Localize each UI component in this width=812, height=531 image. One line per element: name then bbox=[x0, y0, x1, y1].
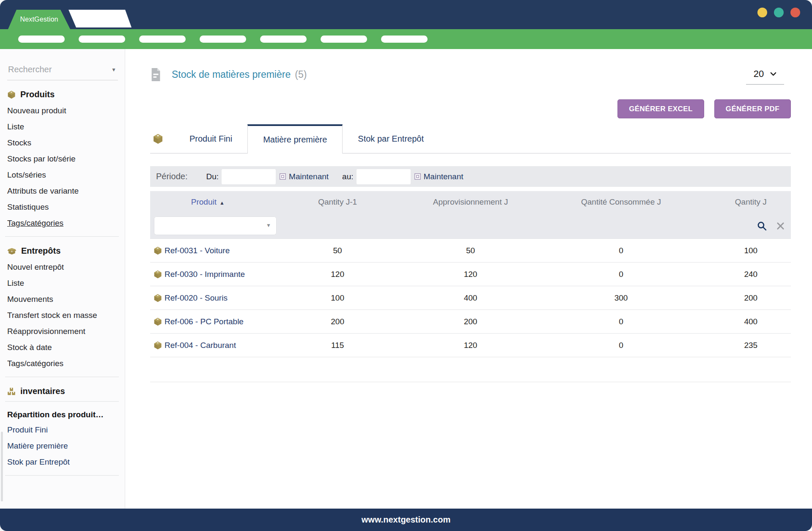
sidebar-item[interactable]: Stock à date bbox=[0, 339, 125, 356]
now-link-to[interactable]: Maintenant bbox=[424, 172, 464, 181]
sidebar-item[interactable]: Liste bbox=[0, 275, 125, 291]
periode-label: Période: bbox=[156, 172, 188, 181]
column-header[interactable]: Qantity J bbox=[711, 191, 791, 213]
report-item[interactable]: Produit Fini bbox=[0, 422, 125, 438]
sidebar-item[interactable]: Attributs de variante bbox=[0, 183, 125, 199]
page-title: Stock de matières première bbox=[172, 69, 291, 80]
page-size-select[interactable]: 20 bbox=[746, 68, 784, 85]
nav-pill[interactable] bbox=[260, 36, 307, 43]
quantity-cell: 120 bbox=[266, 263, 410, 286]
sidebar-item[interactable]: Transfert stock en masse bbox=[0, 307, 125, 323]
nav-pill[interactable] bbox=[321, 36, 367, 43]
box-icon bbox=[154, 294, 162, 302]
sidebar-item[interactable]: Nouveau produit bbox=[0, 103, 125, 119]
nav-pill[interactable] bbox=[18, 36, 65, 43]
box-icon bbox=[154, 318, 162, 326]
column-header[interactable]: Produit▲ bbox=[150, 191, 266, 213]
record-count: (5) bbox=[295, 69, 307, 80]
nav-pill[interactable] bbox=[79, 36, 125, 43]
sidebar-scrollbar[interactable] bbox=[1, 432, 3, 501]
quantity-cell: 100 bbox=[266, 286, 410, 310]
report-item[interactable]: Matière première bbox=[0, 438, 125, 454]
calendar-icon[interactable] bbox=[280, 173, 286, 180]
tabs: Produit FiniMatière premièreStok par Ent… bbox=[150, 124, 791, 153]
sort-asc-icon: ▲ bbox=[219, 200, 225, 206]
nav-menu bbox=[0, 29, 812, 49]
nav-pill[interactable] bbox=[139, 36, 186, 43]
divider bbox=[5, 401, 119, 402]
table-row: Ref-004 - Carburant1151200235 bbox=[150, 334, 791, 357]
minimize-dot[interactable] bbox=[757, 8, 767, 17]
calendar-icon[interactable] bbox=[414, 173, 421, 180]
sidebar-section-header[interactable]: inventaires bbox=[7, 386, 125, 396]
quantity-cell: 200 bbox=[711, 286, 791, 310]
column-header-label: Qantité Consommée J bbox=[581, 197, 661, 206]
clear-filter-icon[interactable] bbox=[776, 222, 785, 230]
date-from-input[interactable] bbox=[222, 169, 276, 184]
table-header-row: Produit▲Qantity J-1Approvisionnement JQa… bbox=[150, 191, 791, 213]
chevron-down-icon[interactable]: ▼ bbox=[111, 67, 116, 73]
sidebar-search: ▼ bbox=[7, 64, 118, 80]
column-header-label: Qantity J bbox=[735, 197, 767, 206]
quantity-cell: 100 bbox=[711, 239, 791, 263]
sidebar-item[interactable]: Nouvel entrepôt bbox=[0, 259, 125, 275]
sidebar-section-header[interactable]: Produits bbox=[7, 90, 125, 99]
sidebar-sections: ProduitsNouveau produitListeStocksStocks… bbox=[0, 90, 125, 476]
page-header: Stock de matières première (5) bbox=[150, 66, 791, 83]
report-item[interactable]: Stok par Entrepôt bbox=[0, 454, 125, 470]
quantity-cell: 400 bbox=[711, 310, 791, 334]
quantity-cell: 0 bbox=[531, 239, 710, 263]
tab-produit-fini[interactable]: Produit Fini bbox=[174, 124, 247, 153]
product-link[interactable]: Ref-006 - PC Portable bbox=[165, 317, 244, 326]
stock-table-body: Ref-0031 - Voiture50500100Ref-0030 - Imp… bbox=[150, 239, 791, 382]
table-row: Ref-0031 - Voiture50500100 bbox=[150, 239, 791, 263]
generate-excel-button[interactable]: GÉNÉRER EXCEL bbox=[617, 99, 704, 118]
sidebar-item[interactable]: Statistiques bbox=[0, 199, 125, 215]
column-header[interactable]: Approvisionnement J bbox=[410, 191, 532, 213]
blank-tab[interactable] bbox=[68, 10, 132, 27]
column-header[interactable]: Qantité Consommée J bbox=[531, 191, 710, 213]
quantity-cell: 0 bbox=[531, 310, 710, 334]
product-link[interactable]: Ref-0031 - Voiture bbox=[165, 246, 230, 255]
product-link[interactable]: Ref-004 - Carburant bbox=[165, 341, 236, 350]
sidebar-item[interactable]: Mouvements bbox=[0, 291, 125, 307]
tab-mati-re-premi-re[interactable]: Matière première bbox=[247, 124, 343, 153]
sidebar-item[interactable]: Réapprovisionnement bbox=[0, 323, 125, 339]
product-link[interactable]: Ref-0020 - Souris bbox=[165, 293, 228, 302]
sidebar-item[interactable]: Lots/séries bbox=[0, 167, 125, 183]
box-icon bbox=[154, 341, 162, 350]
date-to-label: au: bbox=[342, 172, 353, 181]
table-row: Ref-006 - PC Portable2002000400 bbox=[150, 310, 791, 334]
sidebar-item[interactable]: Stocks par lot/série bbox=[0, 151, 125, 167]
document-icon bbox=[150, 68, 162, 82]
nav-pill[interactable] bbox=[381, 36, 428, 43]
maximize-dot[interactable] bbox=[774, 8, 784, 17]
report-group-title[interactable]: Répartition des produit… bbox=[7, 410, 119, 419]
nav-pill[interactable] bbox=[200, 36, 246, 43]
now-link-from[interactable]: Maintenant bbox=[289, 172, 329, 181]
generate-pdf-button[interactable]: GÉNÉRER PDF bbox=[714, 99, 791, 118]
column-header[interactable]: Qantity J-1 bbox=[266, 191, 410, 213]
divider bbox=[5, 236, 119, 237]
search-icon[interactable] bbox=[757, 221, 767, 231]
page-size-value: 20 bbox=[754, 68, 764, 79]
sidebar-item[interactable]: Stocks bbox=[0, 135, 125, 151]
brand-tab[interactable]: NextGestion bbox=[8, 10, 70, 29]
quantity-cell: 115 bbox=[266, 334, 410, 357]
quantity-cell: 120 bbox=[410, 263, 532, 286]
sidebar-item[interactable]: Tags/catégories bbox=[0, 356, 125, 372]
footer-url: www.nextgestion.com bbox=[362, 515, 450, 525]
sidebar-item[interactable]: Tags/catégories bbox=[0, 215, 125, 231]
box-icon bbox=[150, 124, 163, 153]
sidebar-section-title: Produits bbox=[20, 90, 55, 99]
sidebar-section-header[interactable]: Entrepôts bbox=[7, 246, 125, 256]
date-to-input[interactable] bbox=[357, 169, 411, 184]
periode-bar: Période: Du: Maintenant au: Maintenant bbox=[150, 166, 791, 187]
product-filter-select[interactable]: ▼ bbox=[154, 216, 277, 235]
search-input[interactable] bbox=[7, 64, 104, 75]
close-dot[interactable] bbox=[790, 8, 800, 17]
product-link[interactable]: Ref-0030 - Imprimante bbox=[165, 270, 245, 279]
tab-stok-par-entrep-t[interactable]: Stok par Entrepôt bbox=[343, 124, 439, 153]
sidebar-item[interactable]: Liste bbox=[0, 119, 125, 135]
stock-table: Produit▲Qantity J-1Approvisionnement JQa… bbox=[150, 191, 791, 382]
